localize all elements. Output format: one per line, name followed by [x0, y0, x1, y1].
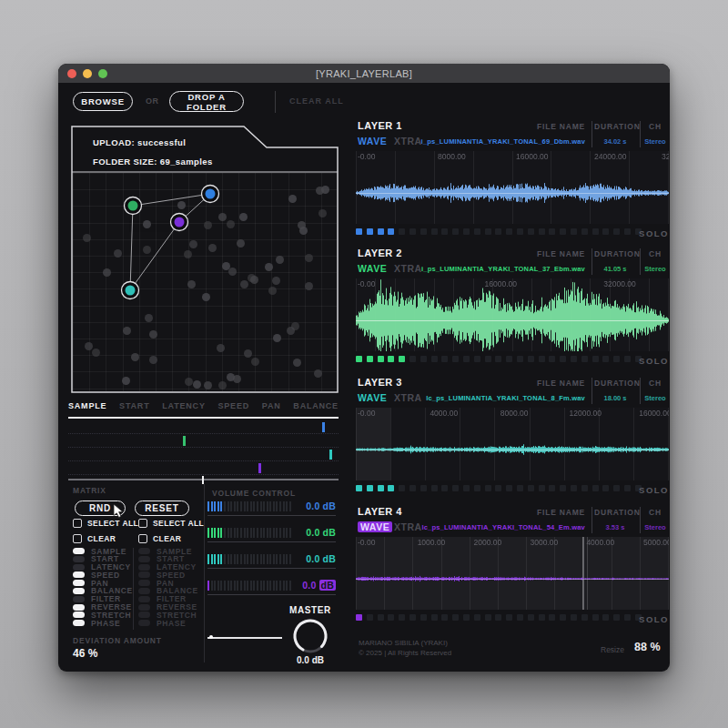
toggle-pill-icon[interactable]: [138, 604, 150, 611]
volume-meter[interactable]: [207, 554, 291, 564]
matrix-toggle-stretch-col2[interactable]: STRETCH: [138, 612, 198, 618]
master-knob[interactable]: [290, 616, 330, 656]
step-square[interactable]: [356, 356, 362, 362]
step-square[interactable]: [474, 614, 480, 621]
matrix-toggle-phase-col1[interactable]: PHASE: [73, 620, 133, 626]
step-square[interactable]: [613, 228, 620, 235]
matrix-toggle-start-col2[interactable]: START: [138, 556, 198, 562]
step-square[interactable]: [420, 614, 427, 621]
step-square[interactable]: [602, 485, 609, 491]
volume-row-layer2[interactable]: 0.0 dB: [207, 526, 336, 539]
toggle-pill-icon[interactable]: [73, 580, 85, 586]
toggle-pill-icon[interactable]: [73, 548, 85, 554]
waveform-display[interactable]: -0.008000.0016000.0024000.0032000.0: [356, 151, 669, 224]
step-square[interactable]: [378, 356, 384, 362]
wave-tab[interactable]: WAVE: [358, 263, 387, 274]
param-slider-row[interactable]: [68, 448, 339, 461]
step-square[interactable]: [485, 228, 491, 235]
step-square[interactable]: [399, 228, 405, 235]
step-square[interactable]: [560, 614, 566, 621]
step-square[interactable]: [378, 485, 384, 491]
checkbox-icon[interactable]: [138, 519, 147, 528]
step-square[interactable]: [560, 485, 566, 491]
step-square[interactable]: [602, 356, 609, 362]
step-square[interactable]: [485, 485, 491, 491]
step-square[interactable]: [571, 485, 577, 491]
step-square[interactable]: [452, 356, 459, 362]
step-square[interactable]: [367, 356, 373, 362]
solo-button[interactable]: SOLO: [639, 228, 669, 238]
step-square[interactable]: [539, 228, 545, 235]
step-square[interactable]: [431, 614, 438, 621]
step-square[interactable]: [410, 356, 416, 362]
master-slider-thumb[interactable]: [209, 635, 213, 639]
step-square[interactable]: [592, 614, 599, 621]
step-square[interactable]: [356, 614, 362, 621]
step-square[interactable]: [367, 485, 373, 491]
matrix-toggle-balance-col2[interactable]: BALANCE: [138, 588, 198, 594]
step-square[interactable]: [581, 614, 588, 621]
toggle-pill-icon[interactable]: [138, 571, 150, 578]
sample-scatter-area[interactable]: [73, 173, 337, 391]
scatter-node-layer3[interactable]: [126, 286, 136, 296]
step-square[interactable]: [474, 228, 480, 235]
toggle-pill-icon[interactable]: [138, 588, 150, 594]
matrix-toggle-latency-col2[interactable]: LATENCY: [138, 564, 198, 571]
volume-meter[interactable]: [207, 501, 291, 511]
step-square[interactable]: [549, 614, 555, 621]
resize-button[interactable]: Resize: [601, 645, 624, 654]
toggle-pill-icon[interactable]: [138, 548, 150, 554]
step-square[interactable]: [528, 356, 534, 362]
step-square[interactable]: [592, 228, 599, 235]
step-square[interactable]: [495, 485, 501, 491]
step-square[interactable]: [571, 614, 577, 621]
step-square[interactable]: [613, 485, 620, 491]
step-square[interactable]: [388, 356, 394, 362]
step-square[interactable]: [592, 356, 599, 362]
scatter-node-layer2[interactable]: [128, 201, 138, 211]
step-square[interactable]: [613, 614, 620, 621]
param-slider-thumb[interactable]: [258, 463, 261, 473]
step-square[interactable]: [420, 228, 427, 235]
step-square[interactable]: [549, 485, 555, 491]
volume-meter[interactable]: [207, 581, 291, 591]
matrix-clear-col1[interactable]: CLEAR: [73, 534, 116, 543]
checkbox-icon[interactable]: [138, 534, 147, 543]
step-square[interactable]: [517, 228, 523, 235]
step-square[interactable]: [485, 614, 491, 621]
toggle-pill-icon[interactable]: [138, 612, 150, 618]
matrix-clear-col2[interactable]: CLEAR: [138, 534, 181, 543]
step-square[interactable]: [452, 485, 459, 491]
step-square[interactable]: [549, 356, 555, 362]
volume-meter[interactable]: [207, 528, 291, 538]
wave-tab[interactable]: WAVE: [358, 521, 392, 532]
toggle-pill-icon[interactable]: [73, 571, 85, 578]
step-square[interactable]: [388, 228, 394, 235]
minimize-window-button[interactable]: [83, 69, 92, 78]
step-square[interactable]: [571, 356, 577, 362]
matrix-toggle-start-col1[interactable]: START: [73, 556, 133, 562]
matrix-toggle-phase-col2[interactable]: PHASE: [138, 620, 198, 626]
param-tab-balance[interactable]: BALANCE: [293, 401, 339, 410]
toggle-pill-icon[interactable]: [138, 596, 150, 602]
matrix-toggle-filter-col2[interactable]: FILTER: [138, 596, 198, 602]
step-square[interactable]: [441, 228, 448, 235]
param-tab-pan[interactable]: PAN: [262, 401, 281, 410]
toggle-pill-icon[interactable]: [138, 564, 150, 571]
matrix-toggle-speed-col2[interactable]: SPEED: [138, 571, 198, 578]
matrix-toggle-stretch-col1[interactable]: STRETCH: [73, 612, 133, 618]
step-square[interactable]: [506, 614, 512, 621]
toggle-pill-icon[interactable]: [73, 596, 85, 602]
zoom-window-button[interactable]: [98, 69, 107, 78]
solo-button[interactable]: SOLO: [639, 356, 669, 366]
step-square[interactable]: [441, 356, 448, 362]
step-square[interactable]: [431, 485, 438, 491]
param-tab-latency[interactable]: LATENCY: [162, 401, 205, 410]
step-square[interactable]: [539, 614, 545, 621]
toggle-pill-icon[interactable]: [73, 588, 85, 594]
toggle-pill-icon[interactable]: [138, 620, 150, 626]
step-square[interactable]: [495, 356, 501, 362]
step-square[interactable]: [399, 614, 405, 621]
step-square[interactable]: [431, 356, 438, 362]
step-square[interactable]: [581, 485, 588, 491]
